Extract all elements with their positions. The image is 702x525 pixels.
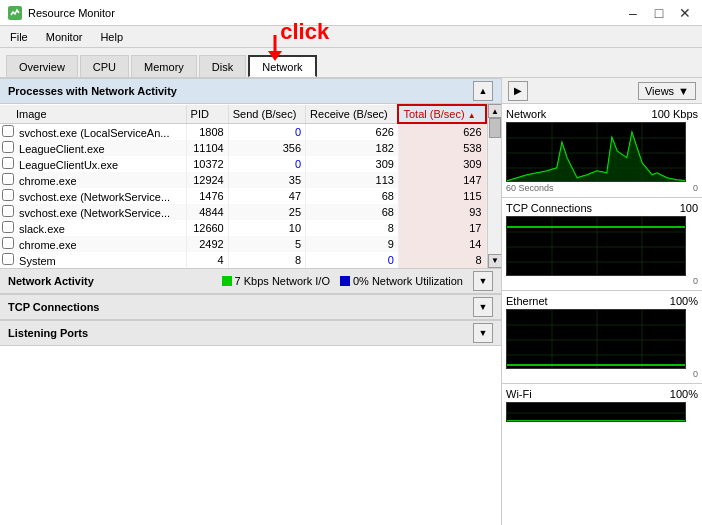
col-send[interactable]: Send (B/sec) (228, 105, 305, 123)
cell-image: LeagueClientUx.exe (0, 156, 186, 172)
close-button[interactable]: ✕ (676, 4, 694, 22)
row-checkbox[interactable] (2, 173, 14, 185)
cell-receive: 113 (306, 172, 399, 188)
network-graph-value: 100 Kbps (652, 108, 698, 120)
wifi-graph-svg (507, 403, 686, 422)
table-scrollbar[interactable]: ▲ ▼ (487, 104, 501, 268)
cell-total: 309 (398, 156, 486, 172)
tcp-graph-label: TCP Connections (506, 202, 592, 214)
row-checkbox[interactable] (2, 205, 14, 217)
cell-total: 8 (398, 252, 486, 268)
row-checkbox[interactable] (2, 157, 14, 169)
app-title: Resource Monitor (28, 7, 115, 19)
tab-overview[interactable]: Overview (6, 55, 78, 77)
table-row[interactable]: svchost.exe (NetworkService... 4844 25 6… (0, 204, 486, 220)
table-row[interactable]: LeagueClientUx.exe 10372 0 309 309 (0, 156, 486, 172)
window-controls: – □ ✕ (624, 4, 694, 22)
table-row[interactable]: chrome.exe 2492 5 9 14 (0, 236, 486, 252)
scroll-down-btn[interactable]: ▼ (488, 254, 501, 268)
network-graph-time-row: 60 Seconds 0 (506, 183, 698, 193)
cell-send: 35 (228, 172, 305, 188)
tcp-graph-svg (507, 217, 686, 276)
tcp-graph-time-end: 0 (693, 276, 698, 286)
row-checkbox[interactable] (2, 189, 14, 201)
tcp-connections-chevron[interactable]: ▼ (473, 297, 493, 317)
process-section-header[interactable]: Processes with Network Activity ▲ (0, 78, 501, 104)
row-checkbox[interactable] (2, 141, 14, 153)
right-panel-header: ▶ Views ▼ (502, 78, 702, 104)
tab-memory[interactable]: Memory (131, 55, 197, 77)
cell-receive: 309 (306, 156, 399, 172)
process-table-container: Image PID Send (B/sec) Receive (B/sec) T… (0, 104, 501, 268)
legend2-icon (340, 276, 350, 286)
tab-cpu[interactable]: CPU (80, 55, 129, 77)
cell-pid: 10372 (186, 156, 228, 172)
row-checkbox[interactable] (2, 221, 14, 233)
legend1: 7 Kbps Network I/O (222, 275, 330, 287)
wifi-graph-label: Wi-Fi (506, 388, 532, 400)
tab-disk[interactable]: Disk (199, 55, 246, 77)
cell-pid: 4844 (186, 204, 228, 220)
cell-image: chrome.exe (0, 236, 186, 252)
menu-help[interactable]: Help (96, 29, 127, 45)
tcp-connections-header[interactable]: TCP Connections ▼ (0, 294, 501, 320)
listening-ports-header[interactable]: Listening Ports ▼ (0, 320, 501, 346)
ethernet-graph-value: 100% (670, 295, 698, 307)
table-row[interactable]: LeagueClient.exe 11104 356 182 538 (0, 140, 486, 156)
legend1-label: 7 Kbps Network I/O (235, 275, 330, 287)
tcp-graph-value: 100 (680, 202, 698, 214)
cell-send: 0 (228, 123, 305, 140)
table-row[interactable]: System 4 8 0 8 (0, 252, 486, 268)
col-total[interactable]: Total (B/sec) ▲ (398, 105, 486, 123)
cell-send: 47 (228, 188, 305, 204)
cell-total: 147 (398, 172, 486, 188)
table-row[interactable]: svchost.exe (NetworkService... 1476 47 6… (0, 188, 486, 204)
views-button[interactable]: Views ▼ (638, 82, 696, 100)
wifi-graph-value: 100% (670, 388, 698, 400)
col-image[interactable]: Image (0, 105, 186, 123)
table-row[interactable]: chrome.exe 12924 35 113 147 (0, 172, 486, 188)
process-section-chevron[interactable]: ▲ (473, 81, 493, 101)
network-graph-canvas (506, 122, 686, 182)
menu-monitor[interactable]: Monitor (42, 29, 87, 45)
cell-image: svchost.exe (NetworkService... (0, 188, 186, 204)
menu-file[interactable]: File (6, 29, 32, 45)
cell-receive: 68 (306, 204, 399, 220)
legend2-label: 0% Network Utilization (353, 275, 463, 287)
tcp-graph-label-row: TCP Connections 100 (506, 202, 698, 214)
cell-send: 5 (228, 236, 305, 252)
table-row[interactable]: svchost.exe (LocalServiceAn... 1808 0 62… (0, 123, 486, 140)
scroll-thumb[interactable] (489, 118, 501, 138)
views-label: Views (645, 85, 674, 97)
network-activity-header[interactable]: Network Activity 7 Kbps Network I/O 0% N… (0, 268, 501, 294)
scroll-up-btn[interactable]: ▲ (488, 104, 501, 118)
row-checkbox[interactable] (2, 253, 14, 265)
cell-pid: 4 (186, 252, 228, 268)
cell-pid: 1808 (186, 123, 228, 140)
cell-pid: 1476 (186, 188, 228, 204)
cell-receive: 68 (306, 188, 399, 204)
network-activity-chevron[interactable]: ▼ (473, 271, 493, 291)
cell-receive: 9 (306, 236, 399, 252)
cell-send: 356 (228, 140, 305, 156)
cell-pid: 2492 (186, 236, 228, 252)
cell-send: 0 (228, 156, 305, 172)
empty-space (0, 346, 501, 526)
tcp-connections-title: TCP Connections (8, 301, 99, 313)
col-pid[interactable]: PID (186, 105, 228, 123)
table-row[interactable]: slack.exe 12660 10 8 17 (0, 220, 486, 236)
row-checkbox[interactable] (2, 125, 14, 137)
listening-ports-chevron[interactable]: ▼ (473, 323, 493, 343)
tab-network[interactable]: Network click (248, 55, 316, 77)
views-chevron: ▼ (678, 85, 689, 97)
nav-prev-button[interactable]: ▶ (508, 81, 528, 101)
maximize-button[interactable]: □ (650, 4, 668, 22)
row-checkbox[interactable] (2, 237, 14, 249)
process-table-wrapper: Image PID Send (B/sec) Receive (B/sec) T… (0, 104, 487, 268)
minimize-button[interactable]: – (624, 4, 642, 22)
cell-image: LeagueClient.exe (0, 140, 186, 156)
cell-send: 8 (228, 252, 305, 268)
tcp-graph-time-row: 0 (506, 276, 698, 286)
col-receive[interactable]: Receive (B/sec) (306, 105, 399, 123)
ethernet-graph-canvas (506, 309, 686, 369)
